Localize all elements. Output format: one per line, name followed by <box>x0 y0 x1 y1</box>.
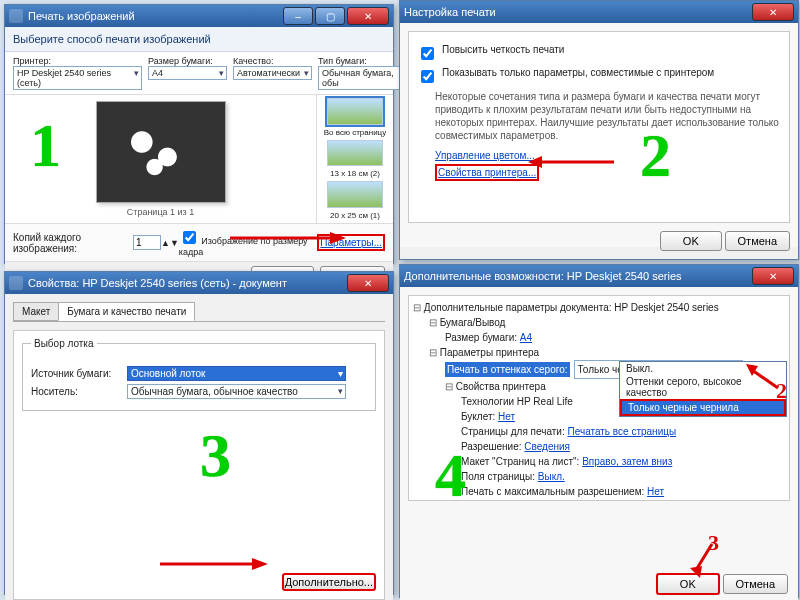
sharpen-checkbox[interactable] <box>421 47 434 60</box>
app-icon <box>9 276 23 290</box>
tree-nup-label: Макет "Страниц на лист": <box>461 456 579 467</box>
tree-margins-label: Поля страницы: <box>461 471 535 482</box>
annotation-substep-2: 2 <box>776 378 787 404</box>
tree-root[interactable]: Дополнительные параметры документа: HP D… <box>413 300 785 315</box>
annotation-substep-3: 3 <box>708 530 719 556</box>
papersize-select[interactable]: A4 <box>148 66 227 80</box>
layout-13x18[interactable] <box>327 140 383 167</box>
printer-properties-link[interactable]: Свойства принтера... <box>435 164 539 181</box>
tree-resolution-label: Разрешение: <box>461 441 522 452</box>
svg-line-6 <box>752 370 778 388</box>
close-button[interactable]: ✕ <box>752 267 794 285</box>
media-label: Носитель: <box>31 386 123 397</box>
tree-paper[interactable]: Бумага/Вывод <box>413 315 785 330</box>
source-select[interactable]: Основной лоток <box>127 366 346 381</box>
title-text: Печать изображений <box>28 10 135 22</box>
minimize-button[interactable]: – <box>283 7 313 25</box>
tree-pages-value[interactable]: Печатать все страницы <box>568 426 677 437</box>
media-select[interactable]: Обычная бумага, обычное качество <box>127 384 346 399</box>
cancel-button[interactable]: Отмена <box>725 231 790 251</box>
source-label: Источник бумаги: <box>31 368 123 379</box>
color-management-link[interactable]: Управление цветом... <box>435 150 535 161</box>
tree-maxdpi-value[interactable]: Нет <box>647 486 664 497</box>
grayscale-option-blackonly[interactable]: Только черные чернила <box>620 399 786 416</box>
tray-group-label: Выбор лотка <box>31 338 97 349</box>
preview-image <box>96 101 226 203</box>
copies-input[interactable] <box>133 235 161 250</box>
quality-select[interactable]: Автоматически <box>233 66 312 80</box>
titlebar[interactable]: Свойства: HP Deskjet 2540 series (сеть) … <box>5 272 393 294</box>
maximize-button[interactable]: ▢ <box>315 7 345 25</box>
print-settings-dialog: Настройка печати ✕ Повысить четкость печ… <box>399 0 799 260</box>
svg-marker-1 <box>330 232 346 244</box>
svg-marker-3 <box>528 156 542 168</box>
layout-20x25-label: 20 x 25 см (1) <box>330 211 380 220</box>
tree-margins-value[interactable]: Выкл. <box>538 471 565 482</box>
tab-strip: Макет Бумага и качество печати <box>13 302 385 322</box>
print-options-row: Принтер: HP Deskjet 2540 series (сеть) Р… <box>5 52 393 95</box>
print-pictures-dialog: Печать изображений – ▢ ✕ Выберите способ… <box>4 4 394 264</box>
preview-pane: Страница 1 из 1 <box>5 95 316 223</box>
advanced-options-dialog: Дополнительные возможности: HP Deskjet 2… <box>399 264 799 598</box>
compat-label: Показывать только параметры, совместимые… <box>442 67 714 86</box>
arrow-3-icon <box>160 554 270 574</box>
tree-pages-label: Страницы для печати: <box>461 426 565 437</box>
advanced-button[interactable]: Дополнительно... <box>282 573 376 591</box>
layout-thumbnails: Во всю страницу 13 x 18 см (2) 20 x 25 с… <box>316 95 393 223</box>
title-text: Дополнительные возможности: HP Deskjet 2… <box>404 270 682 282</box>
title-text: Настройка печати <box>404 6 496 18</box>
tab-paper-quality[interactable]: Бумага и качество печати <box>58 302 195 321</box>
svg-marker-5 <box>252 558 268 570</box>
arrow-1-icon <box>230 228 350 248</box>
app-icon <box>9 9 23 23</box>
close-button[interactable]: ✕ <box>347 7 389 25</box>
printer-properties-dialog: Свойства: HP Deskjet 2540 series (сеть) … <box>4 271 394 595</box>
layout-20x25[interactable] <box>327 181 383 208</box>
svg-marker-9 <box>690 566 702 578</box>
tree-printer-params[interactable]: Параметры принтера <box>413 345 785 360</box>
quality-label: Качество: <box>233 56 312 66</box>
tree-papersize-label: Размер бумаги: <box>445 332 517 343</box>
layout-13x18-label: 13 x 18 см (2) <box>330 169 380 178</box>
tree-booklet-label: Буклет: <box>461 411 495 422</box>
tree-papersize-value[interactable]: A4 <box>520 332 532 343</box>
titlebar[interactable]: Настройка печати ✕ <box>400 1 798 23</box>
title-text: Свойства: HP Deskjet 2540 series (сеть) … <box>28 277 287 289</box>
tree-resolution-value[interactable]: Сведения <box>524 441 570 452</box>
layout-fullpage[interactable] <box>327 98 383 125</box>
tree-maxdpi-label: Печать с максимальным разрешением: <box>461 486 644 497</box>
close-button[interactable]: ✕ <box>347 274 389 292</box>
fit-checkbox[interactable] <box>183 231 196 244</box>
cancel-button[interactable]: Отмена <box>723 574 788 594</box>
compat-checkbox[interactable] <box>421 70 434 83</box>
ok-button[interactable]: OK <box>660 231 722 251</box>
close-button[interactable]: ✕ <box>752 3 794 21</box>
arrow-2-icon <box>528 152 618 172</box>
tree-nup-value[interactable]: Вправо, затем вниз <box>582 456 672 467</box>
tree-booklet-value[interactable]: Нет <box>498 411 515 422</box>
compat-note: Некоторые сочетания типа и размера бумаг… <box>435 90 781 142</box>
tab-layout[interactable]: Макет <box>13 302 59 321</box>
copies-label: Копий каждого изображения: <box>13 232 133 254</box>
instruction-text: Выберите способ печати изображений <box>5 27 393 52</box>
printer-label: Принтер: <box>13 56 142 66</box>
page-indicator: Страница 1 из 1 <box>127 207 194 217</box>
papersize-label: Размер бумаги: <box>148 56 227 66</box>
tree-grayscale-label: Печать в оттенках серого: <box>445 362 570 377</box>
titlebar[interactable]: Дополнительные возможности: HP Deskjet 2… <box>400 265 798 287</box>
sharpen-label: Повысить четкость печати <box>442 44 564 63</box>
printer-select[interactable]: HP Deskjet 2540 series (сеть) <box>13 66 142 90</box>
layout-fullpage-label: Во всю страницу <box>324 128 386 137</box>
titlebar[interactable]: Печать изображений – ▢ ✕ <box>5 5 393 27</box>
